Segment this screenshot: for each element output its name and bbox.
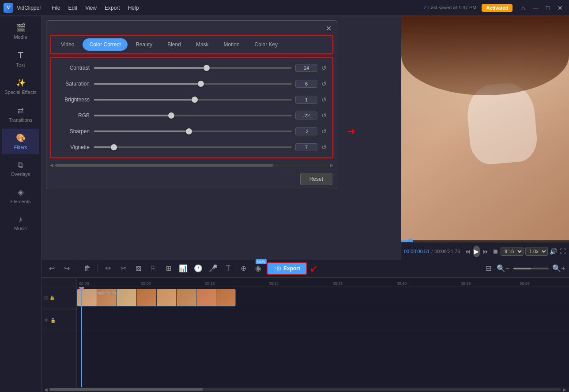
undo-button[interactable]: ↩ <box>45 262 58 275</box>
volume-button[interactable]: 🔊 <box>550 246 557 257</box>
menu-export[interactable]: Export <box>101 4 124 12</box>
zoom-slider[interactable] <box>513 268 549 269</box>
brightness-thumb[interactable] <box>192 97 198 103</box>
sidebar-item-overlays[interactable]: ⧉ Overlays <box>2 156 39 181</box>
zoom-fill <box>513 268 531 269</box>
brightness-reset[interactable]: ↺ <box>319 95 329 105</box>
rgb-slider[interactable] <box>94 115 292 116</box>
reset-button[interactable]: Reset <box>300 173 332 185</box>
chart-button[interactable]: 📊 <box>177 262 190 275</box>
redo-button[interactable]: ↪ <box>60 262 73 275</box>
sidebar-item-special-effects[interactable]: ✨ Special Effects <box>2 74 39 100</box>
export-button[interactable]: ↑⊡ Export <box>267 262 307 275</box>
sidebar-item-transitions[interactable]: ⇄ Transitions <box>2 101 39 127</box>
vignette-row: Vignette 7 ↺ <box>54 142 329 152</box>
progress-dot[interactable] <box>408 239 413 242</box>
saturation-reset[interactable]: ↺ <box>319 79 329 89</box>
tab-color-correct[interactable]: Color Correct <box>83 38 127 51</box>
rgb-reset[interactable]: ↺ <box>319 111 329 120</box>
saturation-value[interactable]: 6 <box>295 80 317 88</box>
sidebar-item-filters[interactable]: 🎨 Filters <box>2 129 39 154</box>
skip-forward-button[interactable]: ⏭ <box>482 246 490 257</box>
speed-select[interactable]: 1.0x <box>525 247 548 256</box>
scrollbar-track[interactable] <box>55 164 328 167</box>
timeline-scroll-track[interactable] <box>49 388 561 391</box>
sidebar-label-media: Media <box>14 34 27 40</box>
delete-button[interactable]: 🗑 <box>81 262 94 275</box>
sticker-button[interactable]: ⊕ <box>237 262 250 275</box>
timeline-scroll-left[interactable]: ◀ <box>44 387 48 392</box>
new-badge: NEW <box>256 259 267 264</box>
timeline-scroll-right[interactable]: ▶ <box>563 387 566 392</box>
sharpen-reset[interactable]: ↺ <box>319 127 329 136</box>
edit-button[interactable]: ✏ <box>102 262 115 275</box>
dialog-close-button[interactable]: ✕ <box>324 23 333 33</box>
time-separator: / <box>431 249 433 254</box>
dialog-footer: Reset <box>46 169 337 189</box>
activated-button[interactable]: Activated <box>482 4 512 12</box>
brightness-slider[interactable] <box>94 99 292 101</box>
window-controls: ⌂ ─ □ ✕ <box>518 3 565 13</box>
tab-video[interactable]: Video <box>54 38 81 51</box>
vignette-slider[interactable] <box>94 146 292 148</box>
trim-button[interactable]: ⊠ <box>132 262 145 275</box>
frame-8 <box>216 289 236 306</box>
home-button[interactable]: ⌂ <box>518 3 528 13</box>
clip-name: portrait sample video.mp4 <box>79 291 125 295</box>
menu-help[interactable]: Help <box>124 4 143 12</box>
sidebar-label-music: Music <box>14 226 27 231</box>
sidebar-item-text[interactable]: T Text <box>2 46 39 72</box>
aspect-ratio-select[interactable]: 9:16 <box>501 247 524 256</box>
sharpen-fill <box>94 131 189 132</box>
contrast-thumb[interactable] <box>203 65 210 71</box>
menu-edit[interactable]: Edit <box>65 4 81 12</box>
tab-motion[interactable]: Motion <box>217 38 246 51</box>
contrast-slider[interactable] <box>94 67 292 69</box>
minimize-button[interactable]: ─ <box>530 3 541 13</box>
sharpen-thumb[interactable] <box>186 128 192 134</box>
sharpen-value[interactable]: -2 <box>295 127 317 135</box>
stop-button[interactable]: ⏹ <box>491 246 499 257</box>
vignette-reset[interactable]: ↺ <box>319 142 329 152</box>
rgb-value[interactable]: -22 <box>295 112 317 119</box>
contrast-reset[interactable]: ↺ <box>319 63 329 73</box>
zoom-in-button[interactable]: 🔍+ <box>552 262 565 275</box>
tab-beauty[interactable]: Beauty <box>129 38 159 51</box>
skip-back-button[interactable]: ⏮ <box>463 246 471 257</box>
menu-file[interactable]: File <box>48 4 64 12</box>
sliders-area: Contrast 14 ↺ Saturation <box>50 57 333 158</box>
maximize-button[interactable]: □ <box>543 3 553 13</box>
rgb-thumb[interactable] <box>168 112 174 119</box>
sidebar-item-music[interactable]: ♪ Music <box>2 210 39 235</box>
tab-mask[interactable]: Mask <box>189 38 215 51</box>
rgb-row: RGB -22 ↺ <box>54 111 329 120</box>
scroll-left-arrow[interactable]: ◀ <box>50 163 53 168</box>
titlebar-right: ✓ Last saved at 1:47 PM Activated ⌂ ─ □ … <box>423 3 565 13</box>
contrast-value[interactable]: 14 <box>295 64 317 72</box>
sharpen-slider[interactable] <box>94 131 292 132</box>
sidebar-item-elements[interactable]: ◈ Elements <box>2 183 39 209</box>
zoom-out-button[interactable]: 🔍− <box>497 262 510 275</box>
tracks-area: ✂ portrait sample video.mp4 <box>77 287 569 387</box>
fullscreen-button[interactable]: ⛶ <box>559 246 566 257</box>
play-button[interactable]: ▶ <box>473 246 480 257</box>
cut-button[interactable]: ✂ <box>117 262 130 275</box>
brightness-value[interactable]: 1 <box>295 96 317 104</box>
sidebar-item-media[interactable]: 🎬 Media <box>2 19 39 44</box>
tab-color-key[interactable]: Color Key <box>248 38 285 51</box>
vignette-thumb[interactable] <box>111 144 117 150</box>
vignette-value[interactable]: 7 <box>295 143 317 151</box>
saturation-slider[interactable] <box>94 83 292 85</box>
video-clip[interactable]: portrait sample video.mp4 <box>77 289 236 306</box>
close-button[interactable]: ✕ <box>555 3 565 13</box>
storyboard-button[interactable]: ⊟ <box>482 262 495 275</box>
tab-blend[interactable]: Blend <box>161 38 188 51</box>
scroll-right-arrow[interactable]: ▶ <box>330 163 333 168</box>
saturation-thumb[interactable] <box>198 81 204 87</box>
text-tool-button[interactable]: T <box>222 262 235 275</box>
copy-button[interactable]: ⎘ <box>147 262 160 275</box>
mic-button[interactable]: 🎤 <box>207 262 220 275</box>
menu-view[interactable]: View <box>82 4 100 12</box>
frame-button[interactable]: ⊞ <box>162 262 175 275</box>
clock-button[interactable]: 🕐 <box>192 262 205 275</box>
